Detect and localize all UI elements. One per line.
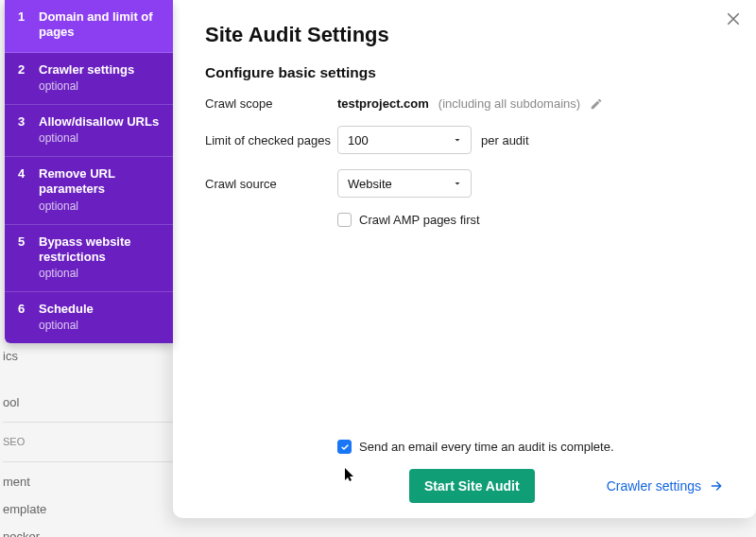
step-title: Allow/disallow URLs xyxy=(39,114,159,130)
step-allow-disallow[interactable]: 3 Allow/disallow URLs optional xyxy=(5,105,173,157)
email-label: Send an email every time an audit is com… xyxy=(359,440,614,454)
step-number: 4 xyxy=(18,166,27,181)
label-limit-pages: Limit of checked pages xyxy=(205,133,337,147)
step-number: 2 xyxy=(18,62,27,77)
edit-scope-button[interactable] xyxy=(590,97,603,111)
start-audit-button[interactable]: Start Site Audit xyxy=(409,469,535,503)
row-limit-pages: Limit of checked pages 100 per audit xyxy=(205,126,724,154)
step-number: 3 xyxy=(18,114,27,129)
crawl-source-select[interactable]: Website xyxy=(337,169,472,198)
step-title: Remove URL parameters xyxy=(39,166,162,198)
settings-modal: Site Audit Settings Configure basic sett… xyxy=(173,0,756,518)
step-title: Schedule xyxy=(39,302,94,317)
limit-pages-value: 100 xyxy=(348,133,369,147)
wizard-sidebar: 1 Domain and limit of pages 2 Crawler se… xyxy=(5,0,173,343)
next-step-label: Crawler settings xyxy=(607,478,701,494)
step-optional: optional xyxy=(39,199,162,213)
step-remove-url-params[interactable]: 4 Remove URL parameters optional xyxy=(5,157,173,225)
step-schedule[interactable]: 6 Schedule optional xyxy=(5,292,173,343)
step-title: Domain and limit of pages xyxy=(39,9,162,41)
step-optional: optional xyxy=(39,319,94,332)
crawl-scope-domain: testproject.com xyxy=(337,96,429,111)
step-number: 6 xyxy=(18,302,27,316)
modal-footer: Send an email every time an audit is com… xyxy=(173,440,756,503)
close-button[interactable] xyxy=(722,8,745,30)
limit-pages-select[interactable]: 100 xyxy=(337,126,472,154)
label-crawl-scope: Crawl scope xyxy=(205,96,337,111)
step-optional: optional xyxy=(39,79,134,93)
next-step-link[interactable]: Crawler settings xyxy=(607,478,724,494)
amp-label: Crawl AMP pages first xyxy=(359,213,480,227)
chevron-down-icon xyxy=(452,178,463,189)
limit-pages-suffix: per audit xyxy=(481,133,529,147)
amp-checkbox[interactable] xyxy=(337,213,352,227)
step-title: Crawler settings xyxy=(39,62,134,78)
row-crawl-scope: Crawl scope testproject.com (including a… xyxy=(205,96,724,111)
arrow-right-icon xyxy=(709,478,724,494)
close-icon xyxy=(725,10,742,27)
crawl-source-value: Website xyxy=(348,177,392,191)
crawl-scope-note: (including all subdomains) xyxy=(438,96,580,111)
section-title: Configure basic settings xyxy=(205,64,724,81)
pencil-icon xyxy=(590,97,603,111)
chevron-down-icon xyxy=(452,134,463,146)
step-number: 5 xyxy=(18,234,27,249)
row-amp: Crawl AMP pages first xyxy=(337,213,724,227)
step-title: Bypass website restrictions xyxy=(39,234,162,266)
step-bypass-restrictions[interactable]: 5 Bypass website restrictions optional xyxy=(5,225,173,293)
row-crawl-source: Crawl source Website xyxy=(205,169,724,198)
step-optional: optional xyxy=(39,267,162,280)
page-title: Site Audit Settings xyxy=(205,23,724,47)
step-domain-limit[interactable]: 1 Domain and limit of pages xyxy=(5,0,173,53)
label-crawl-source: Crawl source xyxy=(205,177,337,191)
step-optional: optional xyxy=(39,131,159,145)
check-icon xyxy=(340,442,350,452)
step-number: 1 xyxy=(18,9,27,24)
step-crawler-settings[interactable]: 2 Crawler settings optional xyxy=(5,53,173,105)
modal-content: Site Audit Settings Configure basic sett… xyxy=(173,0,756,227)
email-checkbox[interactable] xyxy=(337,440,352,454)
